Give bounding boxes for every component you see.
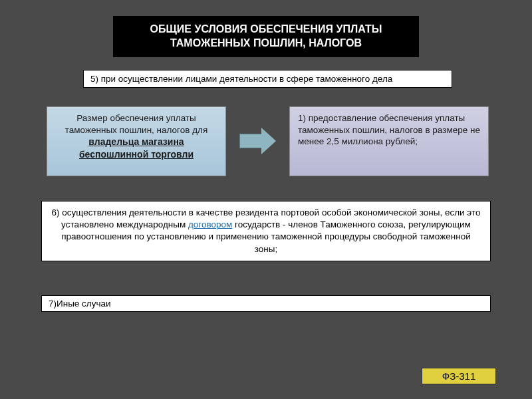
- left-card-underline: владельца магазина беспошлинной торговли: [79, 136, 194, 160]
- slide-title: ОБЩИЕ УСЛОВИЯ ОБЕСПЕЧЕНИЯ УПЛАТЫ ТАМОЖЕН…: [113, 16, 419, 57]
- arrow-right-icon: [239, 128, 276, 154]
- law-reference-badge: ФЗ-311: [422, 368, 496, 384]
- left-card-duty-free-owner: Размер обеспечения уплаты таможенных пош…: [47, 106, 226, 176]
- point-5-box: 5) при осуществлении лицами деятельности…: [83, 70, 452, 88]
- point6-link: договором: [188, 219, 232, 229]
- right-card-guarantee-amount: 1) предоставление обеспечения уплаты там…: [289, 106, 489, 176]
- point-7-box: 7)Иные случаи: [41, 295, 491, 312]
- left-card-text: Размер обеспечения уплаты таможенных пош…: [65, 113, 207, 135]
- point-6-box: 6) осуществления деятельности в качестве…: [41, 201, 491, 261]
